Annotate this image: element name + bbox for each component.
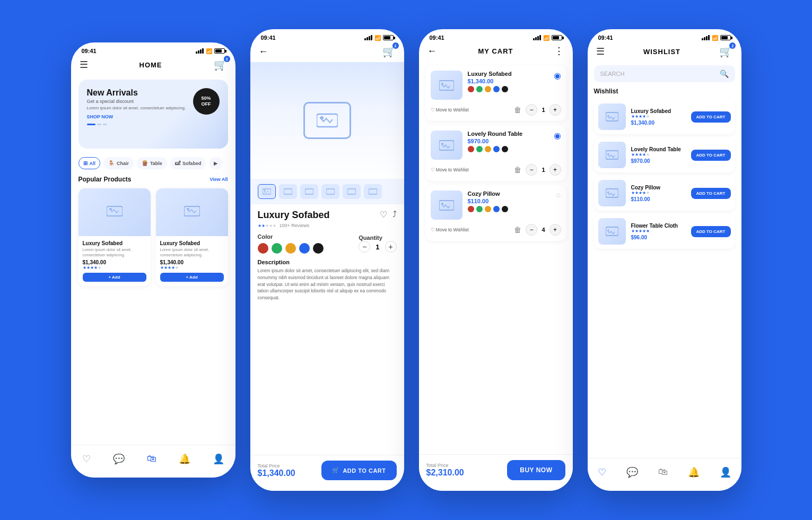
color-label: Color	[258, 233, 324, 240]
cart-item-1-actions: ♡ Move to Wishlist 🗑 − 1 +	[431, 104, 561, 116]
cart-item-3-unselected[interactable]: ○	[556, 190, 561, 200]
search-icon[interactable]: 🔍	[720, 70, 729, 78]
cart-count-wishlist: 2	[729, 42, 736, 49]
shop-now-link[interactable]: SHOP NOW	[87, 114, 220, 119]
nav-chat[interactable]: 💬	[113, 453, 125, 465]
c3-swatch-red[interactable]	[468, 206, 474, 212]
share-icon[interactable]: ⤴	[392, 210, 397, 220]
more-icon[interactable]: ⋮	[554, 45, 564, 57]
svg-point-1	[110, 208, 112, 210]
qty-increase[interactable]: +	[385, 241, 397, 253]
swatch-red[interactable]	[258, 243, 268, 254]
home-nav-title: HOME	[139, 61, 162, 69]
thumb-3[interactable]	[300, 184, 318, 199]
wishlist-add-btn-3[interactable]: ADD TO CART	[691, 188, 731, 199]
wl-nav-profile[interactable]: 👤	[720, 466, 731, 478]
nav-wishlist[interactable]: ♡	[82, 453, 91, 465]
qty-dec-3[interactable]: −	[526, 224, 537, 236]
c2-swatch-blue[interactable]	[493, 146, 500, 152]
cart-qty-1: 🗑 − 1 +	[514, 104, 561, 116]
cart-item-1-top: Luxury Sofabed $1,340.00 ◉	[431, 71, 561, 100]
delete-item-1[interactable]: 🗑	[514, 106, 521, 114]
qty-decrease[interactable]: −	[359, 241, 370, 253]
back-icon-product[interactable]: ←	[259, 46, 268, 57]
thumb-4[interactable]	[321, 184, 339, 199]
c2-swatch-orange[interactable]	[485, 146, 491, 152]
cart-item-3-name: Cozy Pillow	[468, 190, 551, 197]
time-wishlist: 09:41	[598, 34, 613, 41]
wl-nav-bell[interactable]: 🔔	[688, 466, 700, 478]
wishlist-add-btn-4[interactable]: ADD TO CART	[691, 226, 731, 237]
svg-rect-15	[439, 141, 454, 150]
back-icon-cart[interactable]: ←	[427, 46, 437, 57]
nav-shop[interactable]: 🛍	[147, 453, 156, 464]
qty-inc-1[interactable]: +	[549, 104, 561, 116]
swatch-blue[interactable]	[299, 243, 310, 254]
c1-swatch-red[interactable]	[468, 86, 474, 92]
cart-item-2-selected[interactable]: ◉	[554, 131, 561, 141]
search-bar[interactable]: SEARCH 🔍	[594, 65, 735, 82]
cart-icon-home[interactable]: 🛒 3	[214, 58, 227, 71]
cat-tab-table[interactable]: 🪵Table	[137, 157, 167, 169]
cart-icon-product[interactable]: 🛒 2	[382, 45, 396, 58]
buy-now-button[interactable]: BUY NOW	[507, 460, 565, 480]
view-all-link[interactable]: View All	[209, 177, 228, 182]
hamburger-icon[interactable]: ☰	[80, 59, 88, 71]
c1-swatch-black[interactable]	[502, 86, 508, 92]
add-to-cart-button[interactable]: 🛒 ADD TO CART	[321, 461, 397, 480]
c1-swatch-green[interactable]	[476, 86, 483, 92]
swatch-black[interactable]	[313, 243, 324, 254]
status-bar-wishlist: 09:41 📶	[588, 29, 741, 43]
wishlist-add-btn-1[interactable]: ADD TO CART	[691, 111, 731, 123]
cart-item-1-selected[interactable]: ◉	[554, 71, 561, 81]
svg-rect-21	[606, 151, 618, 159]
wishlist-add-btn-2[interactable]: ADD TO CART	[691, 150, 731, 161]
cat-tab-all[interactable]: ⊞All	[78, 157, 101, 169]
swatch-orange[interactable]	[285, 243, 296, 254]
c3-swatch-orange[interactable]	[485, 206, 491, 212]
c2-swatch-red[interactable]	[468, 146, 474, 152]
thumb-6[interactable]	[364, 184, 382, 199]
svg-rect-19	[606, 112, 618, 121]
thumb-2[interactable]	[279, 184, 297, 199]
nav-profile[interactable]: 👤	[213, 453, 224, 465]
cart-icon-wishlist[interactable]: 🛒 2	[719, 45, 732, 58]
c1-swatch-orange[interactable]	[485, 86, 491, 92]
c1-swatch-blue[interactable]	[493, 86, 500, 92]
add-btn-2[interactable]: + Add	[160, 273, 224, 282]
swatch-green[interactable]	[272, 243, 282, 254]
c2-swatch-green[interactable]	[476, 146, 483, 152]
c2-swatch-black[interactable]	[502, 146, 508, 152]
wishlist-price-2: $970.00	[631, 158, 686, 164]
add-btn-1[interactable]: + Add	[83, 273, 146, 282]
qty-inc-2[interactable]: +	[549, 164, 561, 176]
product-card-1[interactable]: Luxury Sofabed Lorem ipsum dolor sit ame…	[78, 188, 151, 286]
cat-tab-chair[interactable]: 🪑Chair	[103, 157, 134, 169]
wifi-icon: 📶	[206, 48, 212, 54]
search-placeholder: SEARCH	[600, 71, 625, 77]
qty-dec-1[interactable]: −	[526, 104, 537, 116]
cat-tab-sofabed[interactable]: 🛋Sofabed	[170, 157, 206, 169]
wl-nav-chat[interactable]: 💬	[626, 466, 638, 478]
wl-nav-shop[interactable]: 🛍	[658, 466, 668, 478]
c3-swatch-black[interactable]	[502, 206, 508, 212]
move-wishlist-3[interactable]: ♡ Move to Wishlist	[431, 227, 469, 232]
wishlist-icon[interactable]: ♡	[380, 210, 387, 220]
cart-item-2: Lovely Round Table $970.00 ◉ ♡ Move to W…	[425, 125, 566, 181]
move-wishlist-2[interactable]: ♡ Move to Wishlist	[431, 167, 469, 172]
thumb-5[interactable]	[343, 184, 361, 199]
delete-item-3[interactable]: 🗑	[514, 226, 521, 234]
delete-item-2[interactable]: 🗑	[514, 166, 521, 174]
qty-dec-2[interactable]: −	[526, 164, 537, 176]
product-card-2[interactable]: Luxury Sofabed Lorem ipsum dolor sit ame…	[156, 188, 228, 286]
move-wishlist-1[interactable]: ♡ Move to Wishlist	[431, 107, 469, 112]
status-icons-cart: 📶	[533, 35, 562, 41]
c3-swatch-green[interactable]	[476, 206, 483, 212]
cat-tab-more[interactable]: ▶	[209, 157, 222, 169]
c3-swatch-blue[interactable]	[493, 206, 500, 212]
qty-inc-3[interactable]: +	[549, 224, 561, 236]
nav-bell[interactable]: 🔔	[179, 453, 190, 465]
hamburger-wishlist[interactable]: ☰	[596, 46, 605, 57]
wl-nav-wishlist[interactable]: ♡	[598, 466, 606, 478]
thumb-1[interactable]	[258, 184, 276, 199]
